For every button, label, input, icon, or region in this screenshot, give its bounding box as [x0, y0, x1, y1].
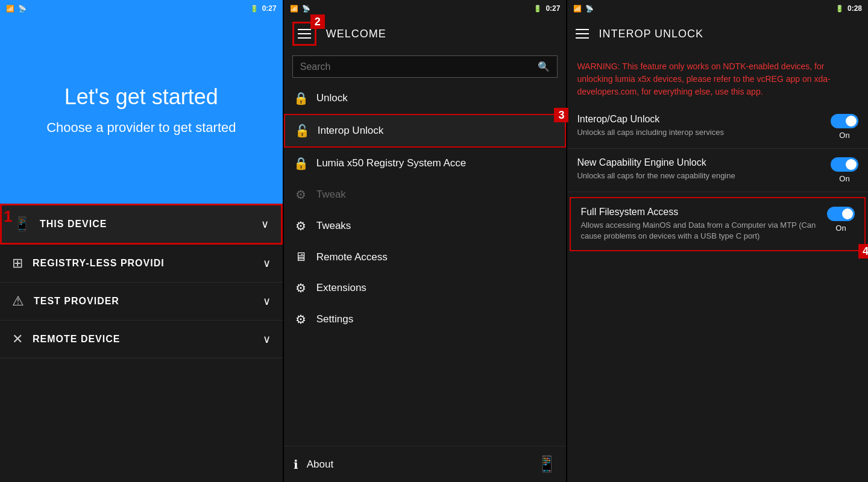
panel2-status-left: 📶 📡 — [290, 5, 310, 13]
panel2-status-bar: 📶 📡 🔋 0:27 — [284, 0, 567, 17]
search-input[interactable] — [300, 61, 538, 72]
panel2-footer: ℹ About 📱 — [284, 446, 567, 482]
battery-icon: 🔋 — [250, 5, 259, 13]
nav-lumia-registry[interactable]: 🔒 Lumia x50 Registry System Acce — [284, 148, 567, 179]
nav-extensions[interactable]: ⚙ Extensions — [284, 272, 567, 304]
panel2-topbar: 2 WELCOME — [284, 17, 567, 51]
provider-remote[interactable]: ✕ REMOTE DEVICE ∨ — [0, 321, 283, 358]
toggle-filesystem-text: Full Filesystem Access Allows accessing … — [580, 207, 820, 242]
panel3-hamburger-line-1 — [576, 29, 589, 30]
chevron-down-icon-3: ∨ — [263, 295, 271, 308]
about-link[interactable]: ℹ About — [294, 457, 333, 472]
panel1-status-bar: 📶 📡 🔋 0:27 — [0, 0, 283, 17]
provider-this-device[interactable]: 📱 THIS DEVICE ∨ — [0, 204, 283, 245]
toggle-new-cap-row: New Capability Engine Unlock Unlocks all… — [577, 157, 858, 183]
test-provider-label: TEST PROVIDER — [34, 296, 263, 307]
provider-test[interactable]: ⚠ TEST PROVIDER ∨ — [0, 283, 283, 321]
registry-less-label: REGISTRY-LESS PROVIDI — [33, 258, 263, 269]
panel1-time: 0:27 — [262, 4, 277, 13]
nav-remote-label: Remote Access — [316, 251, 388, 263]
panel3-hamburger-line-2 — [576, 33, 589, 34]
toggle-filesystem: Full Filesystem Access Allows accessing … — [570, 197, 866, 251]
gear-icon-3: ⚙ — [294, 281, 308, 295]
toggle-new-cap-text: New Capability Engine Unlock Unlocks all… — [577, 157, 823, 181]
gear-icon: ⚙ — [294, 187, 308, 202]
remote-icon: ✕ — [12, 331, 23, 347]
panel-1: 📶 📡 🔋 0:27 Let's get started Choose a pr… — [0, 0, 283, 482]
panel1-title: Let's get started — [64, 84, 218, 110]
panel3-signal-icon: 📶 — [573, 5, 582, 13]
nav-unlock-label: Unlock — [316, 92, 348, 104]
nav-tweak-label: Tweak — [316, 189, 346, 201]
panel1-list: 1 📱 THIS DEVICE ∨ ⊞ REGISTRY-LESS PROVID… — [0, 204, 283, 358]
nav-tweaks[interactable]: ⚙ Tweaks — [284, 210, 567, 242]
panel2-title: WELCOME — [326, 28, 386, 40]
nav-settings-label: Settings — [316, 313, 353, 325]
toggle-new-cap-on-label: On — [839, 174, 849, 183]
panel2-signal-icon: 📶 — [290, 5, 298, 13]
toggle-new-cap-switch[interactable] — [831, 157, 858, 172]
hamburger-line-3 — [298, 37, 311, 39]
hamburger-line-1 — [298, 29, 311, 30]
panel3-hamburger-button[interactable] — [576, 29, 589, 39]
chevron-down-icon-2: ∨ — [263, 257, 271, 270]
warning-icon: ⚠ — [12, 293, 24, 309]
annotation-3: 3 — [554, 108, 568, 122]
nav-interop-label: Interop Unlock — [318, 125, 384, 137]
toggle-interop-cap-switch[interactable] — [831, 114, 858, 128]
toggle-filesystem-right: On — [827, 207, 855, 233]
lock-icon: 🔒 — [294, 91, 308, 105]
panel3-hamburger-line-3 — [576, 37, 589, 39]
nav-tweak[interactable]: ⚙ Tweak — [284, 179, 567, 210]
toggle-interop-cap-text: Interop/Cap Unlock Unlocks all caps incl… — [577, 114, 823, 138]
signal-icon: 📶 — [6, 5, 14, 13]
panel3-time: 0:28 — [848, 4, 862, 13]
chevron-down-icon: ∨ — [261, 218, 269, 231]
nav-lumia-label: Lumia x50 Registry System Acce — [316, 157, 466, 169]
panel2-wifi-icon: 📡 — [302, 5, 310, 13]
annotation-2: 2 — [310, 14, 325, 29]
nav-tweaks-label: Tweaks — [316, 220, 351, 232]
device-icon: 📱 — [14, 216, 30, 232]
toggle-filesystem-on-label: On — [835, 224, 846, 233]
registry-icon: ⊞ — [12, 255, 23, 271]
toggle-interop-cap-right: On — [831, 114, 858, 140]
nav-unlock[interactable]: 🔒 Unlock — [284, 83, 567, 114]
panel2-status-right: 🔋 0:27 — [533, 4, 560, 13]
panel1-header: Let's get started Choose a provider to g… — [0, 17, 283, 204]
remote-device-label: REMOTE DEVICE — [33, 334, 263, 345]
gear-icon-4: ⚙ — [294, 312, 308, 327]
gear-icon-2: ⚙ — [294, 219, 308, 233]
about-label: About — [307, 459, 333, 471]
provider-registry-less[interactable]: ⊞ REGISTRY-LESS PROVIDI ∨ — [0, 245, 283, 283]
panel-2: 📶 📡 🔋 0:27 2 WELCOME 🔍 🔒 Unlock — [284, 0, 567, 482]
warning-text: WARNING: This feature only works on NDTK… — [567, 51, 868, 105]
monitor-icon: 🖥 — [294, 250, 308, 264]
unlock-icon: 🔓 — [295, 124, 309, 138]
panel3-title: INTEROP UNLOCK — [599, 28, 703, 40]
toggle-interop-cap-title: Interop/Cap Unlock — [577, 114, 823, 125]
wifi-icon: 📡 — [18, 5, 27, 13]
nav-interop-unlock[interactable]: 🔓 Interop Unlock 3 — [284, 114, 567, 148]
lock-icon-2: 🔒 — [294, 156, 308, 171]
this-device-label: THIS DEVICE — [40, 219, 261, 230]
toggle-filesystem-row: Full Filesystem Access Allows accessing … — [580, 207, 855, 242]
panel3-status-right: 🔋 0:28 — [835, 4, 862, 13]
toggle-filesystem-switch[interactable] — [827, 207, 855, 221]
toggle-interop-cap-on-label: On — [839, 131, 849, 140]
nav-settings[interactable]: ⚙ Settings — [284, 304, 567, 335]
panel1-subtitle: Choose a provider to get started — [46, 119, 236, 137]
nav-remote-access[interactable]: 🖥 Remote Access — [284, 242, 567, 272]
annotation-1: 1 — [4, 208, 12, 224]
toggle-new-cap-right: On — [831, 157, 858, 183]
panel3-wifi-icon: 📡 — [585, 5, 594, 13]
toggle-filesystem-title: Full Filesystem Access — [580, 207, 820, 218]
panel2-time: 0:27 — [546, 4, 560, 13]
panel3-status-left: 📶 📡 — [573, 5, 594, 13]
status-icons-right: 🔋 0:27 — [250, 4, 277, 13]
info-icon: ℹ — [294, 457, 298, 472]
toggle-filesystem-desc: Allows accessing MainOS and Data from a … — [580, 220, 820, 242]
panel3-topbar: INTEROP UNLOCK — [567, 17, 868, 51]
annotation-4: 4 — [858, 244, 868, 258]
toggle-new-cap-title: New Capability Engine Unlock — [577, 157, 823, 168]
